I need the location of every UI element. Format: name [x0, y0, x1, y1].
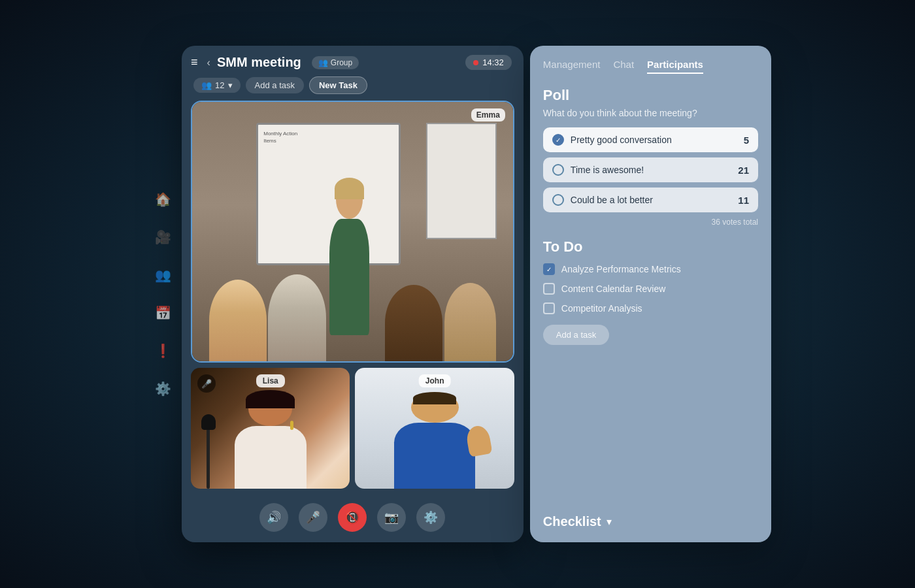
- poll-option-3-text: Could be a lot better: [571, 195, 731, 205]
- todo-section: To Do Analyze Performance Metrics Conten…: [543, 238, 758, 514]
- john-body: [394, 423, 475, 489]
- lisa-earring: [290, 421, 293, 430]
- mic-stand: [207, 422, 210, 489]
- small-videos: 🎤 Lisa John: [191, 368, 514, 489]
- poll-option-1[interactable]: Pretty good conversation 5: [543, 127, 758, 152]
- main-panel: ≡ ‹ SMM meeting 👥 Management Group 14:32…: [182, 46, 524, 542]
- poll-count-2: 21: [738, 165, 749, 176]
- chevron-down-icon: ▾: [228, 80, 233, 90]
- recording-dot: [473, 60, 478, 65]
- control-bar: 🔊 🎤 📵 📷 ⚙️: [182, 495, 524, 542]
- audience: [192, 252, 513, 361]
- audience-person-2: [268, 274, 325, 361]
- poll-radio-1: [552, 134, 564, 146]
- home-icon[interactable]: 🏠: [151, 188, 175, 211]
- poll-title: Poll: [543, 87, 758, 104]
- poll-radio-2: [552, 164, 564, 176]
- header-right: 14:32: [465, 55, 512, 70]
- projector-screen: [426, 123, 497, 240]
- todo-text-3: Competitor Analysis: [561, 303, 642, 314]
- panel-tabs: Management Chat Participants: [543, 59, 758, 74]
- poll-option-3[interactable]: Could be a lot better 11: [543, 188, 758, 212]
- poll-radio-3: [552, 194, 564, 206]
- audience-person-1: [209, 280, 267, 361]
- presenter-hair: [335, 178, 364, 199]
- mic-head: [201, 414, 216, 430]
- john-video: John: [355, 368, 514, 489]
- timer-display: 14:32: [482, 57, 504, 67]
- todo-text-2: Content Calendar Review: [561, 284, 666, 294]
- calendar-icon[interactable]: 📅: [151, 301, 175, 325]
- todo-item-1[interactable]: Analyze Performance Metrics: [543, 259, 758, 279]
- lisa-body: [235, 426, 307, 489]
- right-panel: Management Chat Participants Poll What d…: [530, 46, 771, 542]
- todo-checkbox-1[interactable]: [543, 263, 555, 275]
- poll-option-2-text: Time is awesome!: [571, 165, 731, 175]
- sidebar: 🏠 🎥 👥 📅 ❗ ⚙️: [144, 46, 182, 542]
- audience-person-3: [385, 285, 442, 361]
- chevron-down-icon: ▾: [607, 515, 612, 528]
- poll-option-2[interactable]: Time is awesome! 21: [543, 157, 758, 182]
- poll-option-1-text: Pretty good conversation: [571, 135, 737, 145]
- people-icon[interactable]: 👥: [151, 263, 175, 287]
- back-icon[interactable]: ‹: [207, 57, 210, 69]
- timer-badge: 14:32: [465, 55, 512, 70]
- mic-button[interactable]: 🎤: [299, 503, 327, 532]
- settings-ctrl-button[interactable]: ⚙️: [416, 503, 445, 532]
- lisa-video: 🎤 Lisa: [191, 368, 350, 489]
- poll-count-3: 11: [738, 195, 749, 206]
- audience-person-4: [444, 283, 497, 361]
- whiteboard-text: Monthly ActionItems: [258, 125, 399, 150]
- main-video: Monthly ActionItems: [191, 101, 514, 363]
- video-icon[interactable]: 🎥: [151, 225, 175, 249]
- poll-count-1: 5: [744, 135, 749, 146]
- lisa-figure: [231, 392, 310, 489]
- john-head: [411, 392, 459, 423]
- participants-badge[interactable]: 👥 12 ▾: [193, 78, 240, 93]
- tab-participants[interactable]: Participants: [647, 59, 703, 74]
- lisa-label: Lisa: [256, 374, 285, 387]
- camera-button[interactable]: 📷: [377, 503, 406, 532]
- todo-checkbox-3[interactable]: [543, 302, 555, 314]
- votes-total: 36 votes total: [543, 218, 758, 227]
- alert-icon[interactable]: ❗: [151, 339, 175, 363]
- john-label: John: [419, 374, 451, 387]
- checklist-title: Checklist: [543, 514, 601, 529]
- add-task-panel-button[interactable]: Add a task: [543, 325, 609, 345]
- tab-chat[interactable]: Chat: [613, 59, 634, 74]
- meeting-title: SMM meeting: [217, 55, 301, 70]
- john-hair: [413, 392, 456, 404]
- participants-icon: 👥: [201, 80, 212, 90]
- video-area: Monthly ActionItems: [182, 101, 524, 495]
- presenter-head: [336, 180, 363, 219]
- poll-question: What do you think about the meeting?: [543, 108, 758, 118]
- todo-checkbox-2[interactable]: [543, 283, 555, 295]
- group-icon: 👥: [318, 58, 328, 67]
- header: ≡ ‹ SMM meeting 👥 Management Group 14:32: [182, 46, 524, 76]
- todo-text-1: Analyze Performance Metrics: [561, 264, 681, 274]
- end-call-button[interactable]: 📵: [338, 503, 367, 532]
- todo-item-2[interactable]: Content Calendar Review: [543, 279, 758, 299]
- app-container: 🏠 🎥 👥 📅 ❗ ⚙️ ≡ ‹ SMM meeting 👥 Managemen…: [144, 46, 771, 542]
- speaker-button[interactable]: 🔊: [259, 503, 288, 532]
- todo-item-3[interactable]: Competitor Analysis: [543, 299, 758, 318]
- new-task-button[interactable]: New Task: [309, 76, 367, 94]
- john-figure: [387, 392, 482, 489]
- mute-icon: 🎤: [197, 374, 216, 393]
- checklist-section[interactable]: Checklist ▾: [543, 514, 758, 529]
- sub-header: 👥 12 ▾ Add a task New Task: [182, 76, 524, 101]
- tab-management[interactable]: Management: [543, 59, 601, 74]
- group-badge: 👥 Management Group: [312, 56, 359, 69]
- classroom-scene: Monthly ActionItems: [192, 102, 513, 361]
- participants-count: 12: [215, 80, 224, 90]
- add-task-header-button[interactable]: Add a task: [246, 77, 304, 93]
- menu-icon[interactable]: ≡: [191, 56, 198, 69]
- lisa-hair: [246, 390, 295, 408]
- speaker-name-tag: Emma: [471, 108, 505, 122]
- settings-icon[interactable]: ⚙️: [151, 377, 175, 400]
- lisa-head: [248, 392, 292, 426]
- todo-title: To Do: [543, 238, 758, 255]
